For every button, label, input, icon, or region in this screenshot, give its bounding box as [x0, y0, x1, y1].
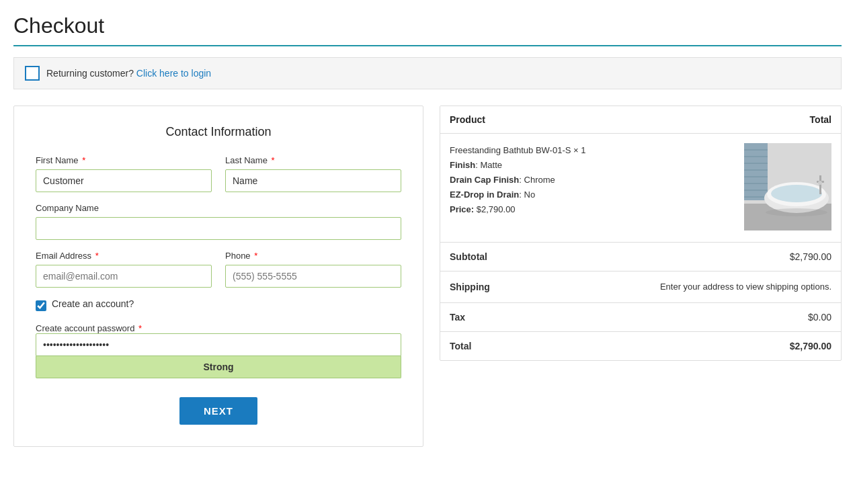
- col-total-header: Total: [620, 106, 841, 134]
- total-row: Total $2,790.00: [440, 331, 841, 360]
- product-info: Freestanding Bathtub BW-01-S × 1 Finish:…: [450, 143, 610, 217]
- subtotal-row: Subtotal $2,790.00: [440, 243, 841, 271]
- returning-customer-text[interactable]: Returning customer? Click here to login: [46, 68, 211, 79]
- order-panel: Product Total Freestanding Bathtub BW-01…: [440, 106, 842, 361]
- product-info-cell: Freestanding Bathtub BW-01-S × 1 Finish:…: [440, 134, 620, 243]
- drain-cap-label: Drain Cap Finish: [450, 175, 519, 185]
- password-label: Create account password *: [36, 323, 142, 333]
- product-name: Freestanding Bathtub BW-01-S × 1: [450, 145, 585, 155]
- tax-label: Tax: [440, 302, 620, 331]
- svg-point-14: [771, 185, 822, 202]
- price-label: Price:: [450, 204, 474, 214]
- password-input[interactable]: [36, 333, 401, 356]
- company-row: Company Name: [36, 203, 401, 240]
- phone-required: *: [254, 251, 257, 261]
- order-table: Product Total Freestanding Bathtub BW-01…: [440, 106, 841, 360]
- tax-value: $0.00: [620, 302, 841, 331]
- company-name-input[interactable]: [36, 217, 401, 240]
- last-name-label: Last Name *: [225, 155, 401, 165]
- page-title: Checkout: [13, 13, 842, 38]
- main-layout: Contact Information First Name * Last Na…: [13, 106, 842, 447]
- ezdrop-label: EZ-Drop in Drain: [450, 190, 519, 200]
- last-name-group: Last Name *: [225, 155, 401, 192]
- email-phone-row: Email Address * Phone *: [36, 251, 401, 288]
- password-required: *: [138, 323, 142, 333]
- price-value: $2,790.00: [477, 204, 516, 214]
- password-input-wrapper: Strong: [36, 333, 401, 378]
- name-row: First Name * Last Name *: [36, 155, 401, 192]
- subtotal-value: $2,790.00: [620, 243, 841, 271]
- email-required: *: [95, 251, 99, 261]
- last-name-input[interactable]: [225, 169, 401, 192]
- phone-input[interactable]: [225, 265, 401, 288]
- phone-group: Phone *: [225, 251, 401, 288]
- phone-label: Phone *: [225, 251, 401, 261]
- product-image-cell: [620, 134, 841, 243]
- next-button[interactable]: NEXT: [179, 397, 257, 425]
- drain-cap-value: : Chrome: [519, 175, 555, 185]
- total-label: Total: [440, 331, 620, 360]
- svg-point-18: [766, 208, 827, 216]
- login-link[interactable]: Click here to login: [136, 68, 211, 79]
- product-row: Freestanding Bathtub BW-01-S × 1 Finish:…: [440, 134, 841, 243]
- col-product-header: Product: [440, 106, 620, 134]
- company-name-label: Company Name: [36, 203, 401, 213]
- email-label: Email Address *: [36, 251, 212, 261]
- subtotal-label: Subtotal: [440, 243, 620, 271]
- contact-panel: Contact Information First Name * Last Na…: [13, 106, 423, 447]
- create-account-row: Create an account?: [36, 298, 401, 313]
- shipping-label: Shipping: [440, 271, 620, 303]
- svg-rect-15: [819, 175, 821, 194]
- shipping-note: Enter your address to view shipping opti…: [620, 271, 841, 303]
- create-account-checkbox[interactable]: [36, 300, 46, 311]
- last-name-required: *: [272, 155, 275, 165]
- returning-customer-bar: Returning customer? Click here to login: [13, 57, 842, 89]
- finish-value: : Matte: [475, 160, 502, 170]
- svg-rect-3: [744, 143, 768, 200]
- finish-label: Finish: [450, 160, 475, 170]
- company-name-group: Company Name: [36, 203, 401, 240]
- email-group: Email Address *: [36, 251, 212, 288]
- ezdrop-value: : No: [519, 190, 535, 200]
- svg-point-17: [818, 181, 822, 185]
- first-name-label: First Name *: [36, 155, 212, 165]
- product-image: [744, 143, 831, 230]
- create-account-label[interactable]: Create an account?: [52, 298, 134, 309]
- first-name-input[interactable]: [36, 169, 212, 192]
- total-value: $2,790.00: [620, 331, 841, 360]
- returning-customer-icon: [25, 66, 40, 81]
- password-strength-bar: Strong: [36, 356, 401, 378]
- shipping-row: Shipping Enter your address to view ship…: [440, 271, 841, 303]
- email-input[interactable]: [36, 265, 212, 288]
- title-divider: [13, 45, 842, 46]
- first-name-required: *: [82, 155, 85, 165]
- tax-row: Tax $0.00: [440, 302, 841, 331]
- next-button-row: NEXT: [36, 397, 401, 425]
- first-name-group: First Name *: [36, 155, 212, 192]
- password-section: Create account password * Strong: [36, 323, 401, 378]
- contact-panel-title: Contact Information: [36, 125, 401, 139]
